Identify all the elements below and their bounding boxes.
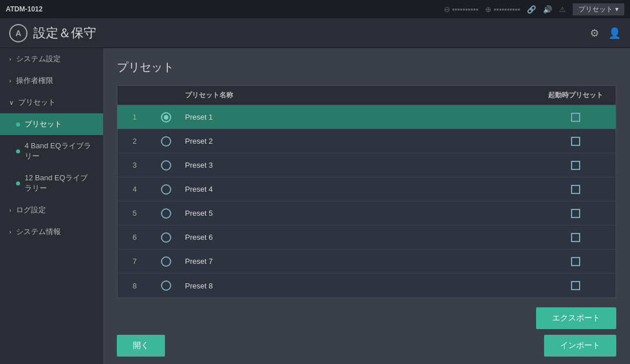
- row-radio-cell[interactable]: [152, 232, 180, 243]
- import-button[interactable]: インポート: [544, 335, 616, 357]
- chevron-right-icon: ›: [9, 207, 11, 213]
- row-radio-cell[interactable]: [152, 136, 180, 147]
- startup-checkbox-cell[interactable]: [536, 137, 616, 146]
- sidebar-item-label: システム設定: [16, 54, 61, 64]
- radio-button[interactable]: [161, 232, 171, 243]
- preset-name: Preset 7: [180, 257, 536, 266]
- top-bar-right: ⊖ ▪▪▪▪▪▪▪▪▪▪ ⊕ ▪▪▪▪▪▪▪▪▪▪ 🔗 🔊 ⚠ プリセット ▾: [444, 3, 624, 15]
- sidebar-item-label: プリセット: [18, 97, 56, 108]
- radio-button[interactable]: [161, 184, 171, 195]
- col-header-name: プリセット名称: [180, 90, 536, 100]
- radio-button[interactable]: [161, 136, 171, 147]
- radio-button[interactable]: [161, 160, 171, 171]
- row-number: 2: [117, 137, 152, 145]
- device-name: ATDM-1012: [6, 5, 42, 13]
- radio-button[interactable]: [161, 256, 171, 267]
- sidebar-item-12band-eq[interactable]: 12 Band EQライブラリー: [0, 167, 103, 199]
- preset-name: Preset 1: [180, 113, 536, 121]
- sidebar-item-4band-eq[interactable]: 4 Band EQライブラリー: [0, 135, 103, 167]
- export-button[interactable]: エクスポート: [536, 307, 616, 329]
- startup-checkbox[interactable]: [571, 161, 580, 170]
- chevron-right-icon: ›: [9, 77, 11, 84]
- status-left: ⊖ ▪▪▪▪▪▪▪▪▪▪: [444, 5, 479, 14]
- radio-button[interactable]: [161, 208, 171, 219]
- startup-checkbox-cell[interactable]: [536, 233, 616, 242]
- row-radio-cell[interactable]: [152, 112, 180, 122]
- preset-name: Preset 4: [180, 185, 536, 193]
- chevron-down-icon: ∨: [9, 99, 14, 106]
- active-dot-icon: [16, 122, 20, 126]
- startup-checkbox[interactable]: [571, 233, 580, 242]
- preset-dropdown-button[interactable]: プリセット ▾: [573, 3, 624, 15]
- volume-icon: 🔊: [543, 5, 552, 14]
- row-radio-cell[interactable]: [152, 280, 180, 291]
- right-buttons: エクスポート インポート: [536, 307, 616, 357]
- link-icon: 🔗: [527, 5, 536, 14]
- preset-name: Preset 6: [180, 233, 536, 242]
- sidebar-item-operator-permissions[interactable]: › 操作者権限: [0, 70, 103, 92]
- startup-checkbox-cell[interactable]: [536, 113, 616, 122]
- sidebar-item-label: プリセット: [25, 119, 62, 129]
- table-row[interactable]: 8 Preset 8: [117, 274, 616, 298]
- top-bar-left: ATDM-1012: [6, 5, 42, 13]
- row-number: 3: [117, 161, 152, 169]
- header-icons: ⚙ 👤: [590, 27, 621, 39]
- chevron-right-icon: ›: [9, 56, 11, 62]
- startup-checkbox-cell[interactable]: [536, 185, 616, 194]
- table-row[interactable]: 2 Preset 2: [117, 129, 616, 153]
- startup-checkbox-cell[interactable]: [536, 257, 616, 266]
- row-number: 1: [117, 113, 152, 121]
- table-row[interactable]: 7 Preset 7: [117, 250, 616, 274]
- settings-icon[interactable]: ⚙: [590, 27, 599, 39]
- startup-checkbox[interactable]: [571, 209, 580, 218]
- row-radio-cell[interactable]: [152, 256, 180, 267]
- table-row[interactable]: 3 Preset 3: [117, 153, 616, 177]
- table-row[interactable]: 5 Preset 5: [117, 201, 616, 225]
- preset-table: プリセット名称 起動時プリセット 1 Preset 1 2: [117, 85, 616, 298]
- table-row[interactable]: 4 Preset 4: [117, 177, 616, 201]
- sidebar-item-presets-section[interactable]: ∨ プリセット: [0, 92, 103, 113]
- sidebar-item-system-settings[interactable]: › システム設定: [0, 48, 103, 70]
- sidebar-item-log-settings[interactable]: › ログ設定: [0, 199, 103, 221]
- page-title-header: 設定＆保守: [33, 25, 96, 42]
- row-radio-cell[interactable]: [152, 160, 180, 171]
- left-buttons: 開く: [117, 335, 165, 357]
- startup-checkbox[interactable]: [571, 281, 580, 290]
- user-icon[interactable]: 👤: [608, 27, 621, 39]
- sidebar-item-label: 操作者権限: [16, 76, 53, 86]
- col-header-number: [117, 90, 152, 100]
- row-number: 4: [117, 185, 152, 193]
- startup-checkbox[interactable]: [571, 257, 580, 266]
- radio-button[interactable]: [161, 112, 171, 122]
- sidebar: › システム設定 › 操作者権限 ∨ プリセット プリセット 4 Band EQ…: [0, 48, 103, 364]
- header-title-area: A 設定＆保守: [9, 24, 96, 42]
- startup-checkbox-cell[interactable]: [536, 281, 616, 290]
- col-header-radio: [152, 90, 180, 100]
- open-button[interactable]: 開く: [117, 335, 165, 357]
- header-bar: A 設定＆保守 ⚙ 👤: [0, 18, 630, 48]
- sidebar-item-preset[interactable]: プリセット: [0, 113, 103, 135]
- radio-button[interactable]: [161, 280, 171, 291]
- preset-name: Preset 5: [180, 209, 536, 217]
- page-title: プリセット: [117, 60, 616, 75]
- row-radio-cell[interactable]: [152, 208, 180, 219]
- dot-icon: [16, 149, 20, 153]
- table-row[interactable]: 1 Preset 1: [117, 105, 616, 129]
- startup-checkbox-cell[interactable]: [536, 161, 616, 170]
- startup-checkbox[interactable]: [571, 137, 580, 146]
- row-number: 5: [117, 209, 152, 217]
- status-right: ⊕ ▪▪▪▪▪▪▪▪▪▪: [485, 5, 520, 14]
- row-number: 8: [117, 282, 152, 290]
- preset-name: Preset 2: [180, 137, 536, 145]
- top-bar: ATDM-1012 ⊖ ▪▪▪▪▪▪▪▪▪▪ ⊕ ▪▪▪▪▪▪▪▪▪▪ 🔗 🔊 …: [0, 0, 630, 18]
- row-radio-cell[interactable]: [152, 184, 180, 195]
- sidebar-item-label: システム情報: [16, 227, 61, 237]
- table-row[interactable]: 6 Preset 6: [117, 225, 616, 250]
- startup-checkbox-cell[interactable]: [536, 209, 616, 218]
- startup-checkbox[interactable]: [571, 185, 580, 194]
- col-header-startup: 起動時プリセット: [536, 90, 616, 100]
- sidebar-item-system-info[interactable]: › システム情報: [0, 221, 103, 243]
- preset-name: Preset 8: [180, 282, 536, 290]
- startup-checkbox[interactable]: [571, 113, 580, 122]
- sidebar-item-label: 12 Band EQライブラリー: [25, 173, 94, 193]
